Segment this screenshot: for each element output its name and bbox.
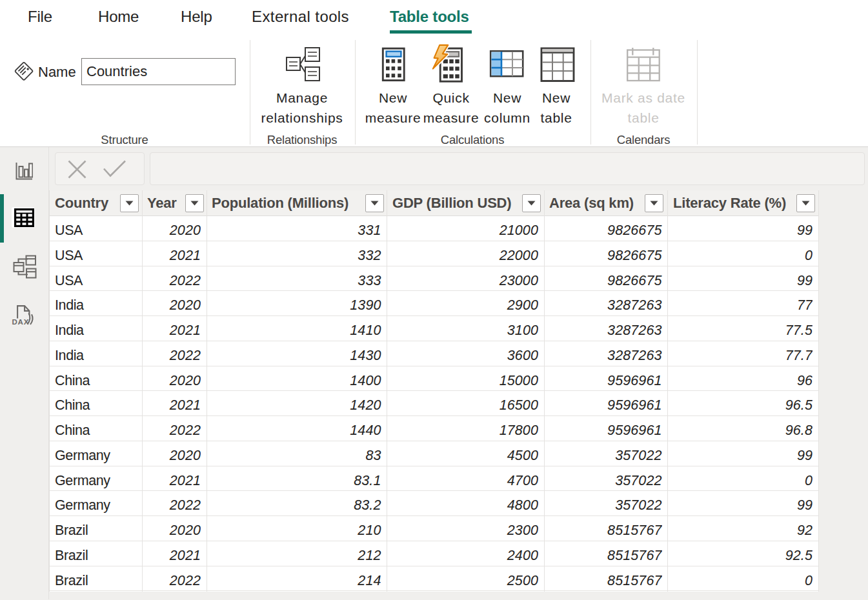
svg-text:DAX: DAX [12,318,30,326]
